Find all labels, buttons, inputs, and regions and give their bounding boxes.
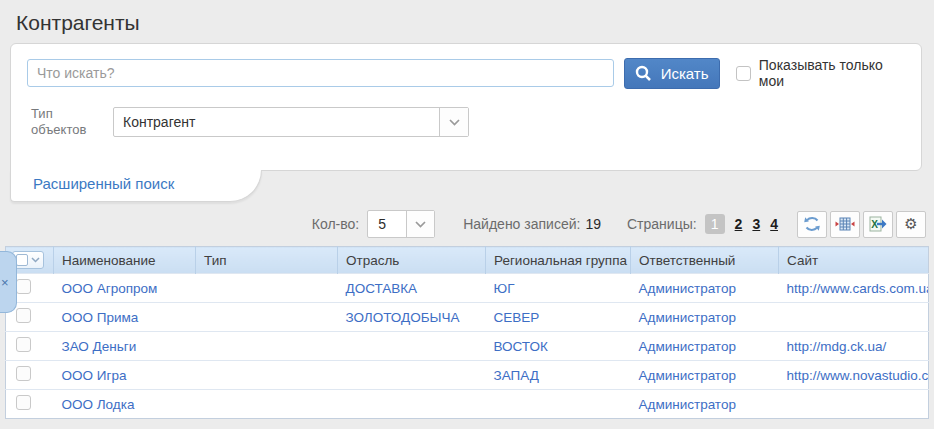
select-all-checkbox[interactable] bbox=[16, 254, 28, 266]
row-checkbox[interactable] bbox=[16, 395, 31, 410]
object-type-value: Контрагент bbox=[114, 108, 439, 136]
cell-site bbox=[779, 390, 929, 419]
column-header-responsible[interactable]: Ответственный bbox=[631, 247, 779, 274]
cell-industry bbox=[338, 361, 486, 390]
row-checkbox-cell bbox=[6, 390, 54, 419]
page-title: Контрагенты bbox=[0, 0, 934, 41]
row-checkbox-cell bbox=[6, 361, 54, 390]
search-button[interactable]: Искать bbox=[624, 58, 721, 89]
cell-name[interactable]: ООО Игра bbox=[54, 361, 196, 390]
table-row[interactable]: ЗАО ДеньгиВОСТОКАдминистраторhttp://mdg.… bbox=[6, 332, 929, 361]
cell-industry: ДОСТАВКА bbox=[338, 274, 486, 303]
object-type-row: Тип объектов Контрагент bbox=[27, 106, 905, 139]
counterparties-page: Контрагенты Искать Показывать только мои… bbox=[0, 0, 934, 429]
pages: 1234 bbox=[705, 214, 778, 234]
count-label: Кол-во: bbox=[312, 216, 359, 232]
row-checkbox[interactable] bbox=[16, 308, 31, 323]
cell-site bbox=[779, 303, 929, 332]
row-checkbox[interactable] bbox=[16, 366, 31, 381]
cell-responsible: Администратор bbox=[631, 332, 779, 361]
checkbox-label: Показывать только мои bbox=[759, 57, 905, 89]
search-row: Искать Показывать только мои bbox=[27, 57, 905, 89]
page-size-select[interactable]: 5 bbox=[367, 210, 435, 238]
cell-industry bbox=[338, 332, 486, 361]
collapse-icon: × bbox=[1, 275, 9, 290]
settings-gear-icon[interactable]: ⚙ bbox=[896, 211, 926, 238]
column-header-type[interactable]: Тип bbox=[196, 247, 338, 274]
cell-region bbox=[486, 390, 631, 419]
show-only-mine-checkbox[interactable]: Показывать только мои bbox=[736, 57, 905, 89]
counterparties-table: Наименование Тип Отрасль Региональная гр… bbox=[5, 246, 929, 419]
cell-name[interactable]: ООО Лодка bbox=[54, 390, 196, 419]
column-header-name[interactable]: Наименование bbox=[54, 247, 196, 274]
cell-region: СЕВЕР bbox=[486, 303, 631, 332]
page-button-1[interactable]: 1 bbox=[705, 214, 725, 234]
object-type-label: Тип объектов bbox=[31, 106, 97, 139]
records-found-value: 19 bbox=[585, 216, 601, 232]
cell-site[interactable]: http://www.cards.com.ua bbox=[779, 274, 929, 303]
page-button-2[interactable]: 2 bbox=[735, 216, 743, 232]
table-row[interactable]: ООО ЛодкаАдминистратор bbox=[6, 390, 929, 419]
cell-type bbox=[196, 332, 338, 361]
cell-responsible: Администратор bbox=[631, 303, 779, 332]
search-button-label: Искать bbox=[661, 65, 709, 82]
table-row[interactable]: ООО ИграЗАПАДАдминистраторhttp://www.nov… bbox=[6, 361, 929, 390]
fit-columns-icon[interactable] bbox=[830, 211, 860, 238]
object-type-select[interactable]: Контрагент bbox=[113, 107, 469, 137]
cell-region: ЗАПАД bbox=[486, 361, 631, 390]
export-excel-icon[interactable]: X bbox=[863, 211, 893, 238]
search-input[interactable] bbox=[27, 59, 614, 87]
list-toolbar: Кол-во: 5 Найдено записей:19 Страницы: 1… bbox=[0, 202, 934, 246]
table-body: ООО АгропромДОСТАВКАЮГАдминистраторhttp:… bbox=[6, 274, 929, 419]
chevron-down-icon bbox=[31, 257, 40, 263]
advanced-search-tab[interactable]: Расширенный поиск bbox=[10, 170, 262, 202]
table-row[interactable]: ООО ПримаЗОЛОТОДОБЫЧАСЕВЕРАдминистратор bbox=[6, 303, 929, 332]
advanced-search-link[interactable]: Расширенный поиск bbox=[33, 175, 174, 192]
cell-type bbox=[196, 361, 338, 390]
cell-name[interactable]: ООО Прима bbox=[54, 303, 196, 332]
refresh-icon[interactable] bbox=[797, 211, 827, 238]
cell-responsible: Администратор bbox=[631, 361, 779, 390]
cell-name[interactable]: ООО Агропром bbox=[54, 274, 196, 303]
row-checkbox[interactable] bbox=[16, 279, 31, 294]
search-icon bbox=[635, 65, 652, 82]
search-panel: Искать Показывать только мои Тип объекто… bbox=[10, 43, 922, 171]
toolbar-icon-group: X ⚙ bbox=[794, 211, 926, 238]
chevron-down-icon[interactable] bbox=[406, 211, 434, 237]
table-row[interactable]: ООО АгропромДОСТАВКАЮГАдминистраторhttp:… bbox=[6, 274, 929, 303]
cell-name[interactable]: ЗАО Деньги bbox=[54, 332, 196, 361]
cell-type bbox=[196, 303, 338, 332]
page-button-3[interactable]: 3 bbox=[752, 216, 760, 232]
row-checkbox-cell bbox=[6, 332, 54, 361]
checkbox-box[interactable] bbox=[736, 66, 750, 81]
pages-label: Страницы: bbox=[627, 216, 697, 232]
collapse-panel-tab[interactable]: × bbox=[0, 251, 17, 313]
cell-type bbox=[196, 390, 338, 419]
cell-region: ВОСТОК bbox=[486, 332, 631, 361]
cell-site[interactable]: http://www.novastudio.cv.u bbox=[779, 361, 929, 390]
records-found: Найдено записей:19 bbox=[463, 216, 601, 232]
cell-responsible: Администратор bbox=[631, 390, 779, 419]
chevron-down-icon[interactable] bbox=[439, 108, 468, 136]
records-found-label: Найдено записей: bbox=[463, 216, 580, 232]
row-checkbox[interactable] bbox=[16, 337, 31, 352]
cell-responsible: Администратор bbox=[631, 274, 779, 303]
cell-type bbox=[196, 274, 338, 303]
column-header-region[interactable]: Региональная группа bbox=[486, 247, 631, 274]
cell-industry: ЗОЛОТОДОБЫЧА bbox=[338, 303, 486, 332]
page-button-4[interactable]: 4 bbox=[770, 216, 778, 232]
cell-region: ЮГ bbox=[486, 274, 631, 303]
pagination: Страницы: 1234 bbox=[627, 214, 778, 234]
column-header-industry[interactable]: Отрасль bbox=[338, 247, 486, 274]
page-size-value: 5 bbox=[368, 211, 406, 237]
table-header-row: Наименование Тип Отрасль Региональная гр… bbox=[6, 247, 929, 274]
counterparties-table-wrap: Наименование Тип Отрасль Региональная гр… bbox=[5, 246, 929, 419]
cell-industry bbox=[338, 390, 486, 419]
column-header-site[interactable]: Сайт bbox=[779, 247, 929, 274]
cell-site[interactable]: http://mdg.ck.ua/ bbox=[779, 332, 929, 361]
